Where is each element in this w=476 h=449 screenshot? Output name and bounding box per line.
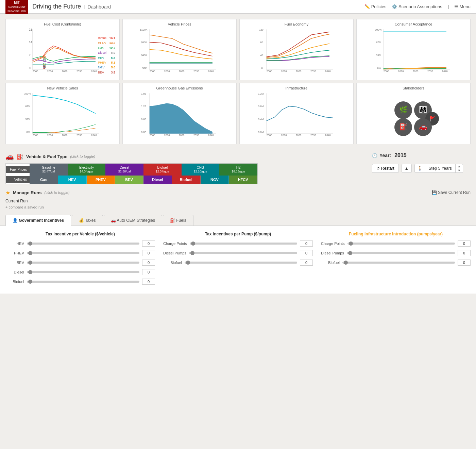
slider-infra-biofuel-thumb[interactable] [344,261,348,265]
policies-link[interactable]: ✏️ Policies [364,4,386,9]
manage-runs-section: ★ Manage Runs (click to toggle) 💾 Save C… [0,187,476,215]
slider-bev-track[interactable] [27,262,139,264]
tab-fuels[interactable]: ⛽ Fuels [163,215,193,226]
infrastructure-chart[interactable]: Infrastructure 1.2M 0.8M 0.4M 0.0M 2000 … [239,83,354,144]
slider-hev-value[interactable] [142,240,155,247]
slider-bev-thumb[interactable] [28,261,32,265]
fuel-electricity[interactable]: Electricity $4.34/gge [68,164,106,176]
slider-biofuel-thumb[interactable] [28,280,32,284]
slider-biofuel-track[interactable] [27,281,139,283]
menu-link[interactable]: ☰ Menu [454,4,471,9]
svg-text:100%: 100% [24,92,31,95]
svg-text:2020: 2020 [413,70,419,73]
slider-biofuel-pump-row: Biofuel [163,260,313,266]
tab-auto-oem[interactable]: 🚗 Auto OEM Strategies [104,215,162,226]
tab-taxes[interactable]: 💰 Taxes [72,215,103,226]
slider-infra-charge-value[interactable] [458,240,471,247]
vehicle-ngv[interactable]: NGV [201,176,229,184]
svg-text:2030: 2030 [310,70,316,73]
fuel-diesel[interactable]: Diesel $2.58/gal [105,164,143,176]
ghg-emissions-chart[interactable]: Greenhouse Gas Emissions 1.8B 1.2B 0.6B … [122,83,237,144]
vehicle-fuel-toggle-hint[interactable]: (click to toggle) [70,154,95,159]
current-run-label: Current Run [5,199,28,203]
slider-hev-thumb[interactable] [28,242,32,246]
slider-diesel-track[interactable] [27,271,139,273]
slider-diesel-pumps-value[interactable] [300,250,313,256]
svg-text:0.4M: 0.4M [258,118,264,121]
svg-text:1.2B: 1.2B [141,105,146,108]
step-down[interactable]: ▼ [456,168,463,172]
svg-text:14: 14 [29,40,32,44]
slider-infra-biofuel-track[interactable] [342,262,455,264]
vehicle-cells: Gas HEV PHEV BEV Diesel [30,176,257,184]
slider-infra-diesel-track[interactable] [347,252,455,254]
new-vehicle-sales-chart[interactable]: New Vehicle Sales 100% 67% 33% 0% 2000 2… [5,83,120,144]
svg-text:0.0M: 0.0M [258,131,264,134]
slider-phev-track[interactable] [27,252,139,254]
fuel-biofuel[interactable]: Biofuel $2.34/gge [143,164,182,176]
vehicle-prices-chart[interactable]: Vehicle Prices $120K $80K $40K $0K 2000 … [122,19,237,80]
fuel-cost-chart[interactable]: Fuel Cost (Cents/mile) 21 14 7 0 2000 20… [5,19,120,80]
fuel-economy-chart[interactable]: Fuel Economy 120 80 40 0 2000 2010 2020 … [239,19,354,80]
vehicles-label: Vehicles [6,176,30,183]
slider-infra-diesel-thumb[interactable] [348,251,352,255]
tab-government-incentives[interactable]: 👤 Government Incentives [5,215,71,226]
restart-button[interactable]: ↺ Restart [372,164,399,173]
slider-biofuel-pump-value[interactable] [300,260,313,266]
manage-runs-toggle-hint[interactable]: (click to toggle) [45,190,70,195]
slider-infra-biofuel-row: Biofuel [321,260,471,266]
vehicle-diesel[interactable]: Diesel [143,176,172,184]
slider-infra-charge-track[interactable] [347,243,455,245]
svg-text:2010: 2010 [398,70,404,73]
slider-phev-thumb[interactable] [28,251,32,255]
slider-charge-points-row: Charge Points [163,240,313,247]
svg-text:$0K: $0K [142,67,147,70]
fuel-gasoline[interactable]: Gasoline $2.47/gal [30,164,68,176]
slider-biofuel-pump-track[interactable] [185,262,297,264]
up-arrow-button[interactable]: ▲ [402,164,412,173]
slider-diesel-row: Diesel [5,269,155,275]
vehicle-bev[interactable]: BEV [115,176,143,184]
slider-charge-points-track[interactable] [190,243,297,245]
scenario-assumptions-link[interactable]: ⚙️ Scenario Assumptions [392,4,442,9]
vehicle-phev[interactable]: PHEV [87,176,115,184]
fuel-cost-area: 21 14 7 0 2000 2010 2020 2030 2040 [8,28,117,75]
slider-bev-value[interactable] [142,260,155,266]
slider-col3: Fueling Infrastructure Introduction (pum… [321,232,471,288]
slider-col1: Tax Incentive per Vehicle ($/vehicle) HE… [5,232,155,288]
hamburger-icon: ☰ [454,4,460,9]
slider-biofuel-pump-thumb[interactable] [186,261,190,265]
fuel-icon: ⛽ [17,153,23,160]
svg-text:2030: 2030 [193,134,199,137]
svg-text:2020: 2020 [179,70,185,73]
slider-diesel-pumps-thumb[interactable] [190,251,194,255]
svg-text:$80K: $80K [141,41,147,44]
slider-charge-points-thumb[interactable] [191,242,195,246]
slider-biofuel-value[interactable] [142,279,155,285]
svg-text:100%: 100% [375,28,382,31]
vehicle-gas[interactable]: Gas [30,176,58,184]
step-up[interactable]: ▲ [456,164,463,168]
vehicle-hev[interactable]: HEV [58,176,87,184]
save-current-run-button[interactable]: 💾 Save Current Run [432,190,471,195]
infrastructure-area: 1.2M 0.8M 0.4M 0.0M 2000 2010 2020 2030 … [242,92,351,139]
slider-diesel-thumb[interactable] [28,270,32,274]
vehicle-fuel-header: 🚗 ⛽ Vehicle & Fuel Type (click to toggle… [5,152,367,161]
fuel-cng[interactable]: CNG $2.10/gge [182,164,220,176]
slider-charge-points-value[interactable] [300,240,313,247]
slider-hev-row: HEV [5,240,155,247]
vehicle-biofuel[interactable]: Biofuel [172,176,201,184]
slider-infra-charge-thumb[interactable] [349,242,353,246]
consumer-acceptance-chart[interactable]: Consumer Acceptance 100% 67% 33% 0% 2000… [356,19,471,80]
slider-diesel-value[interactable] [142,269,155,275]
slider-infra-diesel-value[interactable] [458,250,471,256]
stakeholders-chart[interactable]: Stakeholders 🌿 👨‍👩‍👧 🚩 ⛽ 🚗 [356,83,471,144]
sliders-section: Tax Incentive per Vehicle ($/vehicle) HE… [0,226,476,294]
slider-diesel-pumps-track[interactable] [189,252,297,254]
compare-saved-run-link[interactable]: + compare a saved run [5,205,44,209]
vehicle-hfcv[interactable]: HFCV [229,176,257,184]
slider-phev-value[interactable] [142,250,155,256]
fuel-h2[interactable]: H2 $8.13/gge [219,164,257,176]
slider-infra-biofuel-value[interactable] [458,260,471,266]
slider-hev-track[interactable] [27,243,139,245]
